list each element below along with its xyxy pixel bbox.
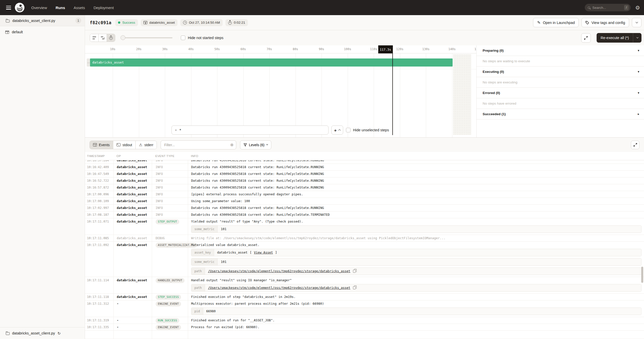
nav-link-assets[interactable]: Assets bbox=[74, 6, 85, 10]
search-icon bbox=[588, 7, 590, 9]
hide-not-started-label: Hide not started steps bbox=[188, 36, 223, 40]
run-id: f82c091a bbox=[90, 20, 111, 25]
log-fullscreen-button[interactable] bbox=[631, 141, 639, 149]
gantt-tick-label: 60s bbox=[241, 47, 246, 51]
gear-icon[interactable]: ⚙ bbox=[635, 5, 640, 10]
log-timestamp: 10:17:00.109 bbox=[85, 198, 113, 204]
caret-down-icon: ▾ bbox=[638, 49, 639, 52]
waterfall-view-button[interactable] bbox=[98, 34, 107, 42]
step-status-panel: Preparing (0) ▾ No steps are waiting to … bbox=[476, 45, 644, 137]
log-op: databricks_asset bbox=[113, 242, 152, 277]
main-content: f82c091a Success databricks_asset Oct 27… bbox=[85, 15, 644, 339]
gantt-axis: 10s20s30s40s50s60s70s80s90s100s110s120s1… bbox=[85, 45, 476, 53]
copy-icon[interactable] bbox=[353, 286, 356, 289]
log-op: - bbox=[113, 324, 152, 330]
step-selector-input[interactable]: ∗ * bbox=[171, 126, 329, 135]
section-executing[interactable]: Executing (0) ▾ bbox=[477, 67, 644, 77]
run-start-time: Oct 27, 10:14:50 AM bbox=[180, 19, 223, 26]
log-timestamp: 10:17:02.997 bbox=[85, 205, 113, 211]
gantt-tick-label: 90s bbox=[319, 47, 324, 51]
log-event-type: INFO bbox=[152, 164, 188, 170]
selector-options-button[interactable]: ◈ bbox=[331, 126, 343, 135]
log-rows: 10:16:37.284databricks_assetINFODatabric… bbox=[85, 160, 644, 339]
view-asset-link[interactable]: View Asset bbox=[254, 249, 273, 256]
reexecute-dropdown[interactable] bbox=[633, 38, 641, 38]
gantt-step-bar[interactable]: databricks_asset bbox=[90, 58, 453, 67]
log-event-type: INFO bbox=[152, 160, 188, 164]
run-actions-dropdown-button[interactable] bbox=[632, 18, 641, 27]
timed-view-button[interactable] bbox=[107, 34, 115, 42]
dagster-logo[interactable] bbox=[15, 3, 25, 13]
log-info: Process for run exited (pid: 66980). bbox=[188, 324, 644, 330]
hamburger-menu-icon[interactable] bbox=[6, 6, 11, 10]
copy-icon[interactable] bbox=[353, 270, 356, 273]
gantt-tick-label: 70s bbox=[267, 47, 272, 51]
log-timestamp: 10:17:11.071 bbox=[85, 218, 113, 235]
reexecute-all-label[interactable]: Re-execute all (*) bbox=[597, 36, 633, 40]
nav-link-deployment[interactable]: Deployment bbox=[94, 6, 114, 10]
log-message: [pipes] external process successfully op… bbox=[191, 191, 644, 198]
selector-value: * bbox=[179, 128, 181, 132]
sidebar-item-code-location[interactable]: databricks_asset_client.py 1 bbox=[0, 15, 85, 26]
nav-link-overview[interactable]: Overview bbox=[31, 6, 47, 10]
run-duration: 0:02:21 bbox=[225, 19, 248, 26]
tab-stdout[interactable]: stdout bbox=[113, 141, 135, 149]
gantt-tick-label: 10s bbox=[110, 47, 115, 51]
clear-filter-icon[interactable]: ⊗ bbox=[230, 143, 233, 147]
stopwatch-icon bbox=[109, 36, 113, 40]
log-timestamp: 10:17:11.319 bbox=[85, 317, 113, 324]
hide-unselected-row: Hide unselected steps bbox=[346, 128, 389, 132]
log-message: Databricks run 43009438525818 current st… bbox=[191, 177, 644, 184]
metadata-key: some_metric bbox=[191, 226, 218, 233]
nav-link-runs[interactable]: Runs bbox=[56, 6, 65, 10]
log-info: Using some_parameter value: 100 bbox=[188, 198, 644, 204]
run-job-tag[interactable]: databricks_asset bbox=[141, 19, 178, 26]
log-message: Databricks run 43009438525818 current st… bbox=[191, 160, 644, 164]
section-succeeded[interactable]: Succeeded (1) ▸ bbox=[477, 109, 644, 119]
tab-stderr[interactable]: ⚠ stderr bbox=[135, 141, 157, 149]
log-filter-input[interactable] bbox=[164, 143, 230, 147]
event-type-badge: INFO bbox=[156, 199, 163, 203]
flat-view-button[interactable] bbox=[90, 34, 98, 42]
log-op: - bbox=[113, 317, 152, 324]
reload-icon[interactable]: ↻ bbox=[57, 331, 61, 335]
open-in-launchpad-button[interactable]: ✎ Open in Launchpad bbox=[533, 18, 579, 27]
gantt-toolbar: Hide not started steps Re-execute all (*… bbox=[85, 30, 644, 45]
gantt-tick-label: 50s bbox=[214, 47, 220, 51]
event-type-badge: INFO bbox=[156, 172, 163, 176]
gantt-fullscreen-button[interactable] bbox=[581, 33, 591, 43]
gantt-tick-label: 150s bbox=[475, 47, 476, 51]
gantt-tick-label: 20s bbox=[136, 47, 142, 51]
gantt-tick-label: 40s bbox=[188, 47, 194, 51]
hide-not-started-checkbox[interactable] bbox=[181, 36, 185, 40]
section-errored[interactable]: Errored (0) ▾ bbox=[477, 88, 644, 98]
tab-events[interactable]: Events bbox=[90, 141, 113, 149]
log-event-type: ENGINE_EVENT bbox=[152, 324, 188, 330]
global-search-input[interactable]: Search... / bbox=[585, 4, 631, 11]
log-info: Yielded output "result" of type "Any". (… bbox=[188, 218, 644, 235]
warning-icon: ⚠ bbox=[139, 143, 142, 147]
section-preparing[interactable]: Preparing (0) ▾ bbox=[477, 45, 644, 56]
log-row: 10:17:08.187databricks_assetINFODatabric… bbox=[85, 211, 644, 218]
log-op: databricks_asset bbox=[113, 164, 152, 170]
event-type-badge: INFO bbox=[156, 213, 163, 217]
zoom-slider-knob[interactable] bbox=[121, 35, 125, 40]
metadata-value: 66980 bbox=[203, 308, 641, 315]
log-timestamp bbox=[85, 331, 113, 339]
log-row: 10:17:02.997databricks_assetINFODatabric… bbox=[85, 205, 644, 211]
hide-unselected-checkbox[interactable] bbox=[346, 128, 350, 132]
log-event-type: STEP_SUCCESS bbox=[152, 294, 188, 300]
sidebar-item-job-default[interactable]: default bbox=[0, 26, 85, 38]
path-link[interactable]: /Users/smackesey/stm/code/elementl/oss/t… bbox=[208, 285, 350, 291]
metadata-entry: pid66980 bbox=[191, 307, 641, 315]
waterfall-icon bbox=[101, 37, 104, 39]
view-tags-config-button[interactable]: View tags and config bbox=[581, 18, 629, 27]
levels-dropdown-button[interactable]: Levels (6) bbox=[240, 140, 271, 149]
log-info: Finished execution of step "databricks_a… bbox=[188, 294, 644, 300]
path-link[interactable]: /Users/smackesey/stm/code/elementl/oss/t… bbox=[208, 268, 350, 274]
scrollbar-thumb[interactable] bbox=[641, 267, 643, 283]
log-message: Yielded output "result" of type "Any". (… bbox=[191, 218, 644, 225]
hide-not-started-row: Hide not started steps bbox=[181, 36, 223, 40]
zoom-slider[interactable] bbox=[121, 37, 172, 38]
event-type-badge: INFO bbox=[156, 160, 163, 162]
